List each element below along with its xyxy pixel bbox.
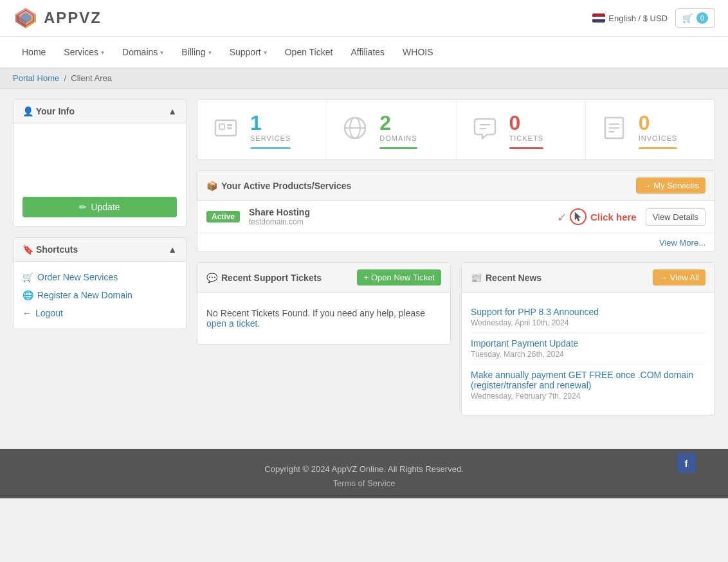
breadcrumb: Portal Home / Client Area	[0, 68, 728, 89]
breadcrumb-current: Client Area	[71, 73, 112, 83]
view-details-button[interactable]: View Details	[646, 208, 705, 226]
nav-affiliates[interactable]: Affiliates	[341, 37, 394, 68]
domains-stat-info: 2 DOMAINS	[379, 113, 417, 149]
my-services-label: My Services	[653, 181, 699, 190]
shortcuts-list: 🛒 Order New Services 🌐 Register a New Do…	[14, 262, 186, 329]
sidebar: 👤 Your Info ▲ ✏ Update 🔖 Shortcuts	[13, 99, 187, 426]
your-info-header[interactable]: 👤 Your Info ▲	[14, 100, 186, 123]
arrow-icon: →	[642, 181, 651, 190]
nav-whois[interactable]: WHOIS	[394, 37, 442, 68]
services-stat-icon	[210, 113, 241, 149]
chat-icon: 💬	[206, 273, 217, 283]
breadcrumb-separator: /	[64, 73, 66, 83]
services-count: 1	[250, 113, 291, 133]
update-label: Update	[91, 202, 120, 212]
support-tickets-body: No Recent Tickets Found. If you need any…	[197, 293, 450, 344]
view-all-label: View All	[670, 273, 699, 282]
news-title-2[interactable]: Make annually payment GET FREE once .COM…	[471, 370, 705, 390]
recent-news-title-part: 📰 Recent News	[471, 273, 541, 283]
nav-home[interactable]: Home	[13, 37, 55, 68]
shortcuts-header[interactable]: 🔖 Shortcuts ▲	[14, 238, 186, 262]
nav-bar: Home Services ▾ Domains ▾ Billing ▾ Supp…	[0, 37, 728, 68]
nav-domains[interactable]: Domains ▾	[113, 37, 172, 68]
news-item-2: Make annually payment GET FREE once .COM…	[471, 365, 705, 406]
plus-icon: +	[363, 273, 369, 282]
language-selector[interactable]: English / $ USD	[592, 14, 668, 23]
your-info-body: ✏ Update	[14, 123, 186, 226]
services-stat-info: 1 SERVICES	[250, 113, 291, 149]
stat-domains: 2 DOMAINS	[327, 100, 456, 159]
logout-icon: ←	[23, 308, 32, 318]
service-domain: testdomain.com	[249, 217, 550, 226]
shortcuts-title: Shortcuts	[36, 244, 78, 255]
view-more-link[interactable]: View More...	[659, 238, 705, 248]
nav-billing[interactable]: Billing ▾	[172, 37, 220, 68]
support-tickets-header: 💬 Recent Support Tickets + Open New Tick…	[197, 263, 450, 293]
click-here-label[interactable]: Click here	[590, 212, 637, 222]
footer-inner: Copyright © 2024 AppVZ Online. All Right…	[13, 464, 715, 488]
recent-news-col: 📰 Recent News → View All Support for PHP…	[461, 262, 715, 426]
user-info-empty	[23, 132, 177, 197]
nav-services[interactable]: Services ▾	[55, 37, 113, 68]
breadcrumb-portal-home[interactable]: Portal Home	[13, 73, 59, 83]
logo: APPVZ	[13, 5, 102, 31]
arrow-right-icon: →	[659, 273, 668, 282]
support-tickets-title: Recent Support Tickets	[221, 273, 322, 283]
news-icon: 📰	[471, 273, 482, 283]
order-services-link[interactable]: 🛒 Order New Services	[23, 272, 177, 282]
my-services-button[interactable]: → My Services	[636, 177, 705, 194]
no-tickets-msg: No Recent Tickets Found. If you need any…	[206, 308, 425, 318]
active-services-title: Your Active Products/Services	[221, 181, 351, 191]
top-bar: APPVZ English / $ USD 🛒 0	[0, 0, 728, 37]
cart-button[interactable]: 🛒 0	[675, 8, 715, 28]
open-ticket-label: Open New Ticket	[371, 273, 435, 282]
news-title-1[interactable]: Important Payment Update	[471, 338, 705, 349]
footer: Copyright © 2024 AppVZ Online. All Right…	[0, 449, 728, 498]
svg-rect-7	[219, 124, 224, 129]
nav-support[interactable]: Support ▾	[221, 37, 276, 68]
stat-tickets: 0 TICKETS	[457, 100, 586, 159]
news-list: Support for PHP 8.3 Announced Wednesday,…	[471, 302, 705, 406]
register-domain-link[interactable]: 🌐 Register a New Domain	[23, 290, 177, 300]
nav-open-ticket[interactable]: Open Ticket	[276, 37, 342, 68]
cart-badge: 0	[696, 12, 708, 24]
register-domain-label: Register a New Domain	[37, 290, 132, 300]
news-title-0[interactable]: Support for PHP 8.3 Announced	[471, 307, 705, 317]
arrow-down-icon: ↓	[554, 208, 570, 225]
recent-news-title: Recent News	[486, 273, 541, 283]
open-new-ticket-button[interactable]: + Open New Ticket	[357, 269, 441, 286]
cart-icon-sm: 🛒	[23, 272, 33, 282]
view-more-section: View More...	[197, 233, 714, 251]
services-label: SERVICES	[250, 134, 291, 142]
shortcut-logout[interactable]: ← Logout	[14, 304, 186, 322]
active-services-card: 📦 Your Active Products/Services → My Ser…	[197, 170, 715, 252]
main-content: 👤 Your Info ▲ ✏ Update 🔖 Shortcuts	[0, 89, 728, 436]
update-button[interactable]: ✏ Update	[23, 197, 177, 217]
open-ticket-link[interactable]: open a ticket.	[206, 318, 260, 329]
invoices-stat-info: 0 INVOICES	[639, 113, 678, 149]
domains-label: DOMAINS	[379, 134, 417, 142]
support-tickets-col: 💬 Recent Support Tickets + Open New Tick…	[197, 262, 451, 426]
service-info: Share Hosting testdomain.com	[249, 207, 550, 226]
news-item-1: Important Payment Update Tuesday, March …	[471, 333, 705, 365]
news-date-1: Tuesday, March 26th, 2024	[471, 350, 705, 359]
invoices-stat-icon	[599, 113, 630, 149]
active-badge: Active	[206, 211, 240, 222]
recent-news-header: 📰 Recent News → View All	[462, 263, 714, 293]
logout-link[interactable]: ← Logout	[23, 308, 177, 318]
svg-rect-9	[227, 127, 232, 129]
domains-count: 2	[379, 113, 417, 133]
invoices-count: 0	[639, 113, 678, 133]
invoices-bar	[639, 147, 678, 149]
invoices-label: INVOICES	[639, 134, 678, 142]
logout-label: Logout	[35, 308, 63, 318]
facebook-icon[interactable]: f	[677, 453, 696, 473]
two-col-section: 💬 Recent Support Tickets + Open New Tick…	[197, 262, 715, 426]
shortcut-register-domain[interactable]: 🌐 Register a New Domain	[14, 286, 186, 304]
pencil-icon: ✏	[79, 202, 87, 212]
terms-of-service-link[interactable]: Terms of Service	[333, 478, 396, 488]
shortcut-order-services[interactable]: 🛒 Order New Services	[14, 268, 186, 286]
bookmark-icon: 🔖	[23, 244, 33, 255]
billing-caret: ▾	[208, 49, 212, 56]
view-all-button[interactable]: → View All	[653, 269, 705, 286]
